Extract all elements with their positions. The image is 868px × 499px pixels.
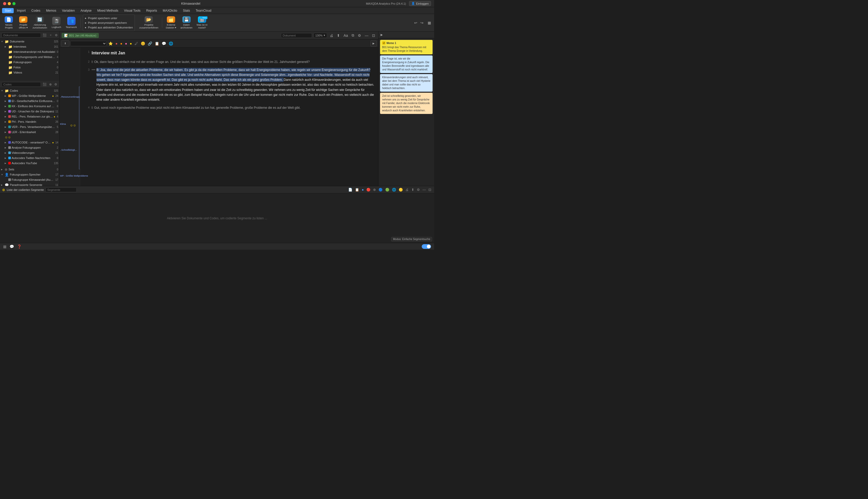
code-wp-item[interactable]: ▶ WP - Größte Weltprobleme ● 24 bbox=[0, 93, 59, 98]
print-button[interactable]: 🖨 bbox=[329, 33, 334, 38]
codes-add-icon[interactable]: ⊕ bbox=[48, 82, 52, 87]
bottom-icon-8[interactable]: 🌐 bbox=[391, 187, 397, 192]
fokusgruppen-sprecher-item[interactable]: ▼ 👤 Fokusgruppen-Sprecher 17 bbox=[0, 172, 59, 177]
code-selector[interactable] bbox=[71, 41, 106, 46]
save-anon-item[interactable]: ● Projekt anonymisiert speichern bbox=[83, 21, 134, 25]
code-ei-item[interactable]: ▶ EI - Gesellschaftliche Einflussnahme 0 bbox=[0, 98, 59, 104]
toggle-switch[interactable] bbox=[422, 244, 431, 249]
project-from-docs-item[interactable]: ● Projekt aus aktivierten Dokumenten bbox=[83, 25, 134, 30]
codes-root-item[interactable]: ▼ 📁 Codes 325 bbox=[0, 88, 59, 93]
export-button[interactable]: ⬆ bbox=[336, 33, 341, 38]
para-options-button[interactable]: ••• bbox=[91, 68, 96, 102]
docs-settings-icon[interactable]: ⚙ bbox=[54, 33, 59, 38]
doc-tab[interactable]: 📝 B01 Jan (46 Absätze) bbox=[62, 33, 99, 38]
code-videocodierungen-item[interactable]: ▶ Videocodierungen 21 bbox=[0, 150, 59, 155]
bottom-icon-6[interactable]: 🔵 bbox=[378, 187, 383, 192]
interviews-item[interactable]: ▶ 📁 Interviews 161 bbox=[0, 44, 59, 49]
menu-variablen[interactable]: Variablen bbox=[59, 8, 77, 13]
paraphrasierte-item[interactable]: ▶ 💬 Paraphrasierte Segmente 11 bbox=[0, 182, 59, 186]
right-panel-toggle[interactable]: ▶ bbox=[380, 33, 383, 37]
code-rel-item[interactable]: ▶ REL - Pers. Relationen zur globalen En… bbox=[0, 114, 59, 119]
menu-import[interactable]: Import bbox=[14, 8, 28, 13]
code-red-icon[interactable]: ● bbox=[115, 41, 118, 46]
menu-memos[interactable]: Memos bbox=[43, 8, 59, 13]
menu-teamcloud[interactable]: TeamCloud bbox=[193, 8, 214, 13]
doc-expand-button[interactable]: ⊡ bbox=[371, 33, 376, 38]
bottom-icon-11[interactable]: ⬆ bbox=[411, 187, 415, 192]
docs-root-item[interactable]: ▼ 📁 Dokumente 325 bbox=[0, 39, 59, 44]
external-files-button[interactable]: 🗂️ ExterneDateien ▾ bbox=[164, 15, 178, 30]
zoom-control[interactable]: 130% ▾ bbox=[314, 33, 327, 38]
fullscreen-button[interactable] bbox=[12, 2, 15, 5]
menu-mixed-methods[interactable]: Mixed Methods bbox=[95, 8, 121, 13]
memo-icon[interactable]: 📋 bbox=[154, 41, 160, 46]
ai-assist-button[interactable]: New 🤖 Was ist AIAssist? bbox=[195, 15, 209, 30]
bottom-icon-3[interactable]: ● bbox=[361, 187, 365, 192]
bottom-expand-icon[interactable]: ⊡ bbox=[428, 187, 432, 192]
close-button[interactable] bbox=[3, 2, 6, 5]
code-pink-icon[interactable]: ● bbox=[124, 41, 128, 46]
reports-item[interactable]: 📁 Forschungsreports und Webseiten 4 bbox=[0, 54, 59, 60]
docs-search-input[interactable] bbox=[2, 33, 41, 38]
margin-label-klima[interactable]: Klima bbox=[60, 123, 66, 125]
bottom-icon-9[interactable]: 🟡 bbox=[398, 187, 404, 192]
bottom-icon-7[interactable]: 🟢 bbox=[385, 187, 390, 192]
menu-start[interactable]: Start bbox=[2, 8, 14, 13]
open-project-button[interactable]: 📁 Projektöffnen ▾ bbox=[16, 15, 30, 30]
audio-item[interactable]: 📁 Interviewtranskript mit Audiodatei 0 bbox=[0, 49, 59, 54]
minimize-button[interactable] bbox=[8, 2, 11, 5]
code-ud-item[interactable]: ▶ UD - Ursachen für die Diskrepanz 11 bbox=[0, 109, 59, 114]
menu-reports[interactable]: Reports bbox=[143, 8, 160, 13]
videos-item[interactable]: 📁 Videos 21 bbox=[0, 70, 59, 75]
code-ler-item[interactable]: ▶ LER - Erlernbarkeit 28 bbox=[0, 130, 59, 135]
codes-search-input[interactable] bbox=[2, 82, 41, 87]
fokusgruppe-klimawandel-item[interactable]: Fokusgruppe Klimawandel (Auszug) 17 bbox=[0, 177, 59, 182]
sidebar-toggle-button[interactable]: ▶ bbox=[370, 40, 377, 47]
bottom-icon-2[interactable]: 📋 bbox=[354, 187, 360, 192]
code-autocode-item[interactable]: ▶ AUTOCODE - verantwort* ODER responsib*… bbox=[0, 140, 59, 145]
reset-activation-button[interactable]: 🔄 Aktivierungzurücksetzen bbox=[31, 15, 49, 30]
margin-label-wp[interactable]: WP - Größte Weltprobleme bbox=[60, 174, 88, 177]
menu-maxdictio[interactable]: MAXDictio bbox=[160, 8, 180, 13]
bottom-settings-icon[interactable]: ⚙ bbox=[416, 187, 421, 192]
code-analyse-item[interactable]: ▶ Analyse Fokusgruppen 2 bbox=[0, 145, 59, 150]
star-icon[interactable]: ⭐ bbox=[108, 41, 114, 46]
bottom-icon-4[interactable]: 🔴 bbox=[366, 187, 371, 192]
code-ver-item[interactable]: ▶ VER - Pers. Verantwortungsübernahme 5 bbox=[0, 124, 59, 130]
menu-visual-tools[interactable]: Visual Tools bbox=[121, 8, 143, 13]
globe-icon[interactable]: 🌐 bbox=[168, 41, 174, 46]
sets-item[interactable]: ▶ ⊕ Sets 0 bbox=[0, 167, 59, 172]
code-youtube-item[interactable]: ▶ Autocodes YouTube 135 bbox=[0, 160, 59, 166]
menu-stats[interactable]: Stats bbox=[180, 8, 192, 13]
codes-settings-icon[interactable]: ⚙ bbox=[53, 82, 58, 87]
merge-projects-button[interactable]: 📂 Projektezusammenführen bbox=[138, 15, 160, 30]
status-grid-icon[interactable]: ▦ bbox=[3, 244, 7, 248]
split-view-button[interactable]: ⧉ bbox=[351, 33, 355, 38]
code-ph-item[interactable]: ▶ PH - Pers. Handeln 26 bbox=[0, 119, 59, 124]
fokusgruppen-item[interactable]: 📁 Fokusgruppen 4 bbox=[0, 60, 59, 65]
bottom-search-input[interactable] bbox=[46, 187, 77, 192]
doc-settings-button[interactable]: ⚙ bbox=[357, 33, 362, 38]
comment-icon[interactable]: 💬 bbox=[161, 41, 167, 46]
docs-add-icon[interactable]: ＋ bbox=[48, 32, 53, 38]
link-icon[interactable]: 🔗 bbox=[147, 41, 153, 46]
margin-label-1[interactable]: ..Ressourcenknappheit, -vi... bbox=[60, 96, 80, 98]
grid-view-button[interactable]: ▦ bbox=[427, 20, 432, 25]
archive-data-button[interactable]: 💾 Datenarchivieren bbox=[179, 15, 194, 30]
teamwork-button[interactable]: 👥 Teamwork bbox=[64, 15, 78, 30]
login-button[interactable]: 👤 Einloggen bbox=[409, 1, 431, 6]
code-yellow-icon[interactable]: ● bbox=[129, 41, 133, 46]
bottom-icon-5[interactable]: ⊕ bbox=[372, 187, 377, 192]
menu-codes[interactable]: Codes bbox=[29, 8, 43, 13]
emoji-icon[interactable]: 😊 bbox=[140, 41, 146, 46]
logbook-button[interactable]: 📓 Logbuch bbox=[50, 15, 63, 30]
menu-analyse[interactable]: Analyse bbox=[78, 8, 94, 13]
code-twitter-item[interactable]: ▶ Autocodes Twitter-Nachrichten 0 bbox=[0, 155, 59, 160]
font-button[interactable]: Aa bbox=[342, 33, 349, 38]
status-chat-icon[interactable]: 💬 bbox=[10, 244, 14, 248]
redo-button[interactable]: ↪ bbox=[419, 20, 425, 25]
highlight-icon[interactable]: 🖊 bbox=[134, 41, 139, 46]
code-kk-item[interactable]: ▶ KK - Einfluss des Konsums auf Klimawan… bbox=[0, 104, 59, 109]
bottom-icon-10[interactable]: 🖨 bbox=[405, 187, 410, 192]
margin-label-schnell[interactable]: ..Schnelllebigk... bbox=[60, 149, 77, 151]
